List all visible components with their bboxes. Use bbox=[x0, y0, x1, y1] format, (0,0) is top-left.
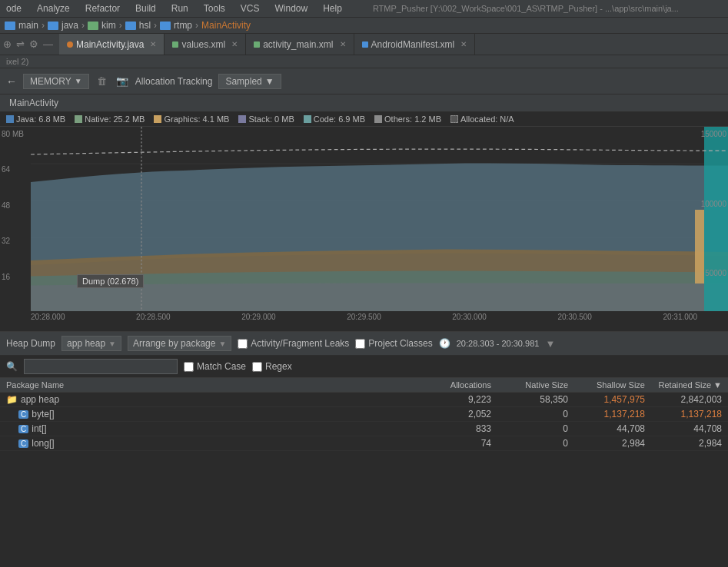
tab-icon-mainactivity bbox=[67, 41, 73, 48]
path-mainactivity[interactable]: MainActivity bbox=[201, 20, 251, 31]
tab-mainactivity-java[interactable]: MainActivity.java ✕ bbox=[59, 34, 165, 55]
folder-icon-appheap: 📁 bbox=[6, 394, 18, 405]
window-title: RTMP_Pusher [Y:\002_WorkSpace\001_AS\RTM… bbox=[370, 2, 682, 15]
memory-dropdown[interactable]: MEMORY ▼ bbox=[23, 74, 89, 89]
legend-code: Code: 6.9 MB bbox=[304, 114, 365, 124]
row3-native: 0 bbox=[491, 438, 568, 449]
search-icon: 🔍 bbox=[6, 361, 18, 372]
tab-androidmanifest[interactable]: AndroidManifest.xml ✕ bbox=[354, 34, 476, 55]
project-classes-input[interactable] bbox=[355, 339, 365, 349]
tab-icon-activity-main bbox=[254, 41, 260, 48]
regex-input[interactable] bbox=[252, 362, 262, 372]
heap-select[interactable]: app heap ▼ bbox=[61, 336, 121, 351]
row3-retained: 2,984 bbox=[645, 438, 722, 449]
legend-dot-native bbox=[75, 115, 82, 123]
table-row[interactable]: 📁 app heap 9,223 58,350 1,457,975 2,842,… bbox=[0, 393, 728, 407]
y-axis-left: 80 MB 64 48 32 16 bbox=[0, 127, 31, 311]
col-retained-size[interactable]: Retained Size ▼ bbox=[645, 380, 722, 390]
tab-label-mainactivity: MainActivity.java bbox=[76, 39, 144, 50]
folder-icon-java bbox=[48, 22, 58, 30]
menu-tools[interactable]: Tools bbox=[201, 2, 228, 15]
heap-toolbar: Heap Dump app heap ▼ Arrange by package … bbox=[0, 332, 728, 356]
row0-retained: 2,842,003 bbox=[645, 394, 722, 405]
legend-allocated: Allocated: N/A bbox=[450, 114, 514, 124]
row2-shallow: 44,708 bbox=[568, 423, 645, 434]
c-badge-int: C bbox=[18, 425, 28, 433]
col-allocations[interactable]: Allocations bbox=[414, 380, 491, 390]
tab-tool-split[interactable]: ⇌ bbox=[16, 38, 25, 50]
filter-icon[interactable]: ▼ bbox=[545, 338, 555, 350]
heap-select-label: app heap bbox=[67, 338, 105, 349]
tab-close-activity-main[interactable]: ✕ bbox=[340, 40, 346, 48]
row1-native: 0 bbox=[491, 409, 568, 419]
tab-bar: ⊕ ⇌ ⚙ — MainActivity.java ✕ values.xml ✕… bbox=[0, 34, 728, 55]
menu-ode[interactable]: ode bbox=[3, 2, 25, 15]
table-row[interactable]: C long[] 74 0 2,984 2,984 bbox=[0, 436, 728, 451]
tab-close-manifest[interactable]: ✕ bbox=[460, 40, 467, 48]
project-classes-checkbox[interactable]: Project Classes bbox=[355, 338, 432, 349]
sampled-label: Sampled bbox=[225, 76, 261, 87]
match-case-input[interactable] bbox=[184, 362, 194, 372]
back-button[interactable]: ← bbox=[6, 75, 17, 88]
tab-tool-gear[interactable]: ⚙ bbox=[29, 38, 38, 50]
table-row[interactable]: C int[] 833 0 44,708 44,708 bbox=[0, 422, 728, 436]
tab-tool-globe[interactable]: ⊕ bbox=[3, 38, 12, 50]
match-case-checkbox[interactable]: Match Case bbox=[184, 361, 246, 372]
search-input[interactable] bbox=[24, 359, 178, 374]
row2-name: C int[] bbox=[18, 423, 414, 434]
tab-label-activity-main: activity_main.xml bbox=[263, 39, 333, 50]
col-shallow-size[interactable]: Shallow Size bbox=[568, 380, 645, 390]
chart-legend: Java: 6.8 MB Native: 25.2 MB Graphics: 4… bbox=[0, 112, 728, 127]
legend-dot-java bbox=[6, 115, 14, 123]
memory-chart: Java: 6.8 MB Native: 25.2 MB Graphics: 4… bbox=[0, 112, 728, 331]
path-java[interactable]: java bbox=[61, 20, 78, 31]
memory-label: MEMORY bbox=[30, 76, 71, 87]
col-package-name: Package Name bbox=[6, 380, 414, 390]
menu-bar: ode Analyze Refactor Build Run Tools VCS… bbox=[0, 0, 728, 18]
legend-dot-allocated bbox=[450, 115, 458, 123]
path-kim[interactable]: kim bbox=[101, 20, 116, 31]
camera-icon[interactable]: 📷 bbox=[115, 75, 129, 87]
row2-retained: 44,708 bbox=[645, 423, 722, 434]
time-range-label: 20:28.303 - 20:30.981 bbox=[457, 339, 540, 348]
clock-icon: 🕐 bbox=[439, 338, 450, 349]
path-hsl[interactable]: hsl bbox=[139, 20, 151, 31]
folder-icon-rtmp bbox=[160, 22, 171, 30]
tab-close-mainactivity[interactable]: ✕ bbox=[150, 40, 156, 48]
menu-vcs[interactable]: VCS bbox=[238, 2, 263, 15]
activity-leaks-input[interactable] bbox=[238, 339, 248, 349]
legend-stack: Stack: 0 MB bbox=[238, 114, 294, 124]
menu-run[interactable]: Run bbox=[168, 2, 191, 15]
row0-alloc: 9,223 bbox=[414, 394, 491, 405]
col-native-size[interactable]: Native Size bbox=[491, 380, 568, 390]
legend-java: Java: 6.8 MB bbox=[6, 114, 65, 124]
tab-tool-close[interactable]: — bbox=[43, 38, 53, 50]
row1-shallow: 1,137,218 bbox=[568, 409, 645, 419]
tab-activity-main-xml[interactable]: activity_main.xml ✕ bbox=[246, 34, 354, 55]
heap-select-arrow: ▼ bbox=[108, 340, 116, 348]
menu-build[interactable]: Build bbox=[132, 2, 159, 15]
regex-checkbox[interactable]: Regex bbox=[252, 361, 292, 372]
path-rtmp[interactable]: rtmp bbox=[174, 20, 192, 31]
sampled-dropdown[interactable]: Sampled ▼ bbox=[218, 74, 281, 89]
menu-analyze[interactable]: Analyze bbox=[34, 2, 73, 15]
tab-close-values[interactable]: ✕ bbox=[231, 40, 238, 48]
table-row[interactable]: C byte[] 2,052 0 1,137,218 1,137,218 bbox=[0, 407, 728, 422]
menu-refactor[interactable]: Refactor bbox=[82, 2, 123, 15]
folder-icon-hsl bbox=[125, 22, 136, 30]
row3-name: C long[] bbox=[18, 438, 414, 449]
arrange-select-arrow: ▼ bbox=[218, 340, 226, 348]
menu-help[interactable]: Help bbox=[320, 2, 345, 15]
c-badge-byte: C bbox=[18, 410, 28, 419]
delete-icon[interactable]: 🗑 bbox=[95, 75, 109, 87]
arrange-select[interactable]: Arrange by package ▼ bbox=[128, 336, 231, 351]
tab-values-xml[interactable]: values.xml ✕ bbox=[165, 34, 246, 55]
path-main[interactable]: main bbox=[18, 20, 38, 31]
c-badge-long: C bbox=[18, 439, 28, 448]
row2-alloc: 833 bbox=[414, 423, 491, 434]
legend-graphics: Graphics: 4.1 MB bbox=[154, 114, 229, 124]
activity-leaks-label: Activity/Fragment Leaks bbox=[251, 338, 349, 349]
row3-alloc: 74 bbox=[414, 438, 491, 449]
activity-leaks-checkbox[interactable]: Activity/Fragment Leaks bbox=[238, 338, 349, 349]
menu-window[interactable]: Window bbox=[272, 2, 311, 15]
